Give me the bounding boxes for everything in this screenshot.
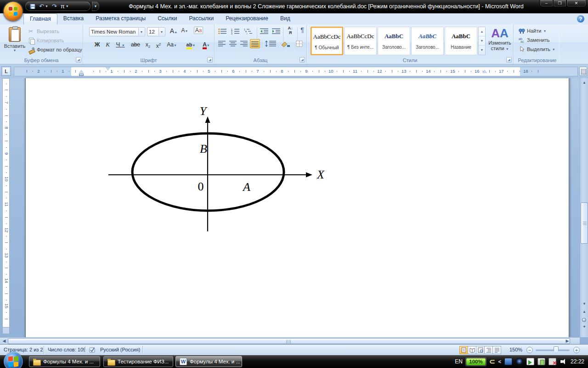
styles-gallery-scrollbar[interactable]: ▲▼▼ [478,27,486,55]
tab-Разметка страницы[interactable]: Разметка страницы [90,13,152,24]
tray-app-icon-1[interactable] [504,358,512,365]
select-browse-object-button[interactable] [582,318,586,322]
next-page-button[interactable]: ▼ [581,323,588,331]
style-Заголово...[interactable]: AaBbCЗаголово... [378,27,410,55]
connector-tray-icon[interactable]: ⊂ [489,357,495,366]
proofing-status-icon[interactable] [89,346,96,354]
start-button[interactable] [4,352,23,368]
tab-Рассылки[interactable]: Рассылки [183,13,220,24]
show-marks-button[interactable]: ¶ [299,26,306,35]
scroll-up-icon[interactable]: ▲ [581,79,588,86]
italic-button[interactable]: К [103,40,113,50]
cut-button[interactable]: ✂Вырезать [28,27,59,35]
ruler-toggle-button[interactable] [579,67,587,76]
hanging-indent-marker[interactable] [79,70,84,73]
font-name-dropdown-icon[interactable]: ▼ [138,28,144,35]
taskbar-button-2[interactable]: Тестирование ФИЗ... [103,356,173,367]
language-tray-indicator[interactable]: EN [455,358,463,365]
tray-app-icon-2[interactable] [515,358,523,365]
font-dialog-launcher[interactable]: ◢ [207,57,213,63]
underline-button[interactable]: Ч ▼ [113,40,127,50]
horizontal-scrollbar[interactable]: ◀ ▶ [0,337,580,344]
style-Название[interactable]: AaBbCНазвание [445,27,477,55]
office-button[interactable] [4,2,23,21]
restore-button[interactable]: ❐ [553,0,566,7]
font-color-button[interactable]: А▼ [199,40,213,50]
left-indent-marker[interactable] [79,74,84,76]
replace-button[interactable]: abac Заменить [519,36,549,44]
vertical-scroll-thumb[interactable] [581,202,588,244]
highlight-button[interactable]: ab▼ [183,40,198,50]
first-line-indent-marker[interactable] [106,67,110,70]
find-button[interactable]: Найти▼ [519,27,546,34]
taskbar-button-1[interactable]: Формулы 4 Мех. и ... [29,356,100,367]
select-button[interactable]: Выделить▼ [519,46,555,53]
document-page[interactable]: Y X B 0 A [25,78,569,337]
styles-scroll-up-icon[interactable]: ▲ [479,27,485,36]
bullets-button[interactable] [217,27,229,36]
previous-page-button[interactable]: ▲ [581,308,588,316]
multilevel-list-button[interactable]: 1ai [243,27,254,36]
equation-icon[interactable]: π [61,3,65,9]
taskbar-button-3[interactable]: Формулы 4 Мех. и ... [175,356,242,367]
change-styles-button[interactable]: AA Изменитьстили ▼ [488,26,512,57]
save-icon[interactable] [30,4,35,9]
equation-dropdown-icon[interactable]: ▼ [66,5,69,8]
format-painter-button[interactable]: Формат по образцу [28,46,82,53]
paragraph-dialog-launcher[interactable]: ◢ [300,57,305,63]
clear-formatting-button[interactable]: Aa [192,27,204,36]
show-hidden-icons[interactable]: < [498,359,501,364]
zoom-slider-thumb[interactable] [554,346,559,353]
undo-dropdown-icon[interactable]: ▼ [45,5,48,8]
zoom-level[interactable]: 150% [507,345,525,355]
scroll-down-icon[interactable]: ▼ [581,300,588,308]
sort-button[interactable]: А↓Я [285,26,296,35]
zoom-in-button[interactable]: + [573,347,580,353]
zoom-slider-track[interactable] [536,350,570,351]
font-size-dropdown-icon[interactable]: ▼ [158,28,164,35]
redo-icon[interactable]: ↷ [52,3,57,9]
justify-button[interactable] [250,39,260,48]
draft-button[interactable] [492,346,501,354]
web-layout-button[interactable] [476,346,485,354]
tab-selector-button[interactable]: L [1,66,11,76]
tab-Ссылки[interactable]: Ссылки [152,13,183,24]
tab-Вид[interactable]: Вид [274,13,296,24]
change-case-button[interactable]: Aa▼ [164,40,179,50]
language-indicator[interactable]: Русский (Россия) [100,345,140,356]
clipboard-dialog-launcher[interactable]: ◢ [76,57,81,63]
line-spacing-button[interactable] [264,39,277,48]
tray-app-icon-3[interactable] [526,358,534,365]
scroll-right-icon[interactable]: ▶ [564,338,571,344]
numbering-button[interactable]: 123 [230,27,242,36]
network-tray-icon[interactable] [548,358,556,365]
volume-tray-icon[interactable] [560,358,567,365]
align-right-button[interactable] [239,39,249,48]
style-Заголово...[interactable]: AaBbCЗаголово... [411,27,444,55]
font-size-combo[interactable]: 12▼ [147,27,165,36]
outline-button[interactable] [484,346,493,354]
close-button[interactable]: ✕ [566,0,586,7]
style-¶ Обычный[interactable]: AaBbCcDc¶ Обычный [311,27,343,55]
vertical-ruler[interactable]: 789101112131415 [2,78,10,328]
tab-Вставка[interactable]: Вставка [57,13,90,24]
superscript-button[interactable]: x2 [153,40,164,50]
zoom-out-button[interactable]: − [526,347,533,353]
borders-button[interactable] [293,39,306,48]
decrease-indent-button[interactable] [259,27,270,36]
full-screen-reading-button[interactable] [468,346,476,354]
align-left-button[interactable] [217,39,227,48]
customize-qat-button[interactable]: ▼ [92,1,99,11]
bold-button[interactable]: Ж [92,40,102,50]
battery-indicator[interactable]: 100% [466,358,486,366]
horizontal-scroll-thumb[interactable] [8,338,570,344]
tab-Рецензирование[interactable]: Рецензирование [220,13,274,24]
shading-button[interactable] [279,39,292,48]
font-name-combo[interactable]: Times New Roman▼ [89,27,145,36]
horizontal-ruler[interactable]: 21123456789101112131415161718 [14,67,578,76]
undo-icon[interactable]: ↶ [39,3,44,9]
help-icon[interactable]: ? [577,15,584,23]
taskbar-clock[interactable]: 22:22 [571,358,584,365]
subscript-button[interactable]: x2 [143,40,153,50]
vertical-scrollbar[interactable]: ▲ ▼ ▲ ▼ [580,78,588,337]
